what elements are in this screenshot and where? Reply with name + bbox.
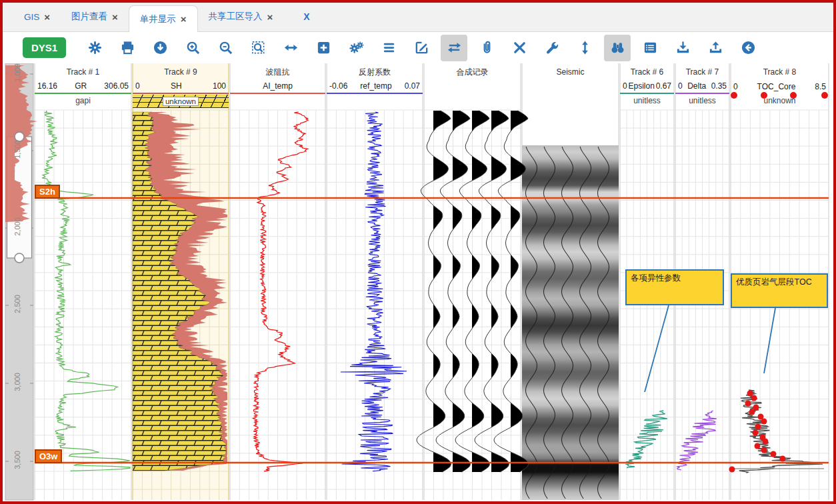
scale-min: -0.06 <box>329 81 347 91</box>
print-button[interactable] <box>114 35 141 61</box>
zoom-out-button[interactable] <box>212 35 239 61</box>
track-header-ref[interactable]: 反射系数 -0.06 ref_temp 0.07 <box>327 63 423 110</box>
track-header-7[interactable]: Track # 7 0 Delta 0.35 unitless <box>675 63 729 110</box>
tab-label: GIS <box>24 12 39 22</box>
annotation-toc[interactable]: 优质页岩气层段TOC <box>731 273 828 308</box>
track-header-1[interactable]: Track # 1 16.16 GR 306.05 gapi <box>35 63 131 110</box>
tab-label: X <box>303 11 309 22</box>
import-button[interactable] <box>669 35 696 61</box>
edit-button[interactable] <box>408 35 435 61</box>
track-title: Track # 8 <box>731 63 829 79</box>
curve-unit: gapi <box>35 94 131 107</box>
tab-label: 单井显示 <box>140 13 176 25</box>
depth-label: 3,500 <box>13 445 21 475</box>
close-icon[interactable]: × <box>267 12 273 22</box>
scale-min: 16.16 <box>37 81 57 91</box>
close-icon[interactable]: × <box>181 14 187 24</box>
curve-unit: unitless <box>620 94 674 107</box>
close-icon[interactable]: × <box>112 12 118 22</box>
scale-max: 100 <box>213 81 226 91</box>
printer-icon <box>120 40 135 55</box>
settings-gear-button[interactable] <box>81 35 108 61</box>
scale-max: 0.35 <box>711 81 727 91</box>
track-title: Track # 1 <box>35 63 131 79</box>
track-header-9[interactable]: Track # 9 0 SH 100 unknown <box>133 63 229 110</box>
curve-unit: unitless <box>675 94 729 107</box>
track-title: Track # 9 <box>133 63 229 79</box>
depth-label: 2,000 <box>13 212 21 241</box>
tab-label: 共享工区导入 <box>209 11 263 23</box>
fit-width-button[interactable] <box>277 35 304 61</box>
tab-image-view[interactable]: 图片查看 × <box>61 2 129 31</box>
horizon-label-o3w: O3w <box>35 449 62 463</box>
paperclip-icon <box>479 40 495 55</box>
toolbar: DYS1 <box>3 32 833 63</box>
arrows-horizontal-icon <box>283 40 299 55</box>
depth-label: 2,500 <box>13 289 21 319</box>
well-name-button[interactable]: DYS1 <box>23 37 66 58</box>
zoom-in-button[interactable] <box>179 35 206 61</box>
upload-tray-icon <box>708 40 723 55</box>
tools-button[interactable] <box>539 35 565 61</box>
wrench-icon <box>545 40 560 55</box>
table-list-icon <box>643 40 658 55</box>
swap-tracks-button[interactable] <box>441 35 467 61</box>
tab-bar: GIS × 图片查看 × 单井显示 × 共享工区导入 × X <box>3 3 833 32</box>
track-header-seismic[interactable]: Seismic <box>522 63 619 110</box>
back-button[interactable] <box>735 35 761 61</box>
track-title: Track # 6 <box>620 63 674 79</box>
scale-max: 306.05 <box>104 81 129 91</box>
close-icon[interactable]: × <box>44 12 50 22</box>
annotation-anisotropy[interactable]: 各项异性参数 <box>625 269 724 305</box>
close-x-icon <box>512 40 527 55</box>
track-header-6[interactable]: Track # 6 0 Epsilon 0.67 unitless <box>620 63 674 110</box>
menu-button[interactable] <box>375 35 402 61</box>
scale-min: 0 <box>623 81 627 91</box>
curve-name: Delta <box>683 81 711 91</box>
attachment-button[interactable] <box>473 35 500 61</box>
plus-square-icon <box>316 40 331 55</box>
curve-name: GR <box>57 81 104 91</box>
tab-label: 图片查看 <box>71 11 107 23</box>
search-view-button[interactable] <box>604 35 631 61</box>
scale-min: 0 <box>135 81 140 91</box>
depth-label: 3,000 <box>13 367 21 397</box>
close-view-button[interactable] <box>506 35 533 61</box>
track-header-synthetic[interactable]: 合成记录 <box>424 63 521 110</box>
curve-unit: unknown <box>731 94 829 107</box>
horizon-label-s2h: S2h <box>35 185 60 199</box>
zoom-region-icon <box>251 40 266 55</box>
point-marker-dot <box>821 92 828 99</box>
tab-single-well-display[interactable]: 单井显示 × <box>129 5 198 32</box>
point-marker-dot <box>761 92 767 99</box>
curve-unit <box>230 94 325 107</box>
curves-layer <box>42 111 824 500</box>
export-button[interactable] <box>702 35 729 61</box>
data-table-button[interactable] <box>637 35 663 61</box>
zoom-region-button[interactable] <box>245 35 271 61</box>
binoculars-icon <box>610 40 625 55</box>
depth-label: 1,500 <box>13 135 21 164</box>
tab-gis[interactable]: GIS × <box>13 2 61 31</box>
track-header-8[interactable]: Track # 8 0 TOC_Core 8.5 unknown <box>731 63 829 110</box>
add-track-button[interactable] <box>310 35 337 61</box>
swap-arrows-icon <box>447 40 462 55</box>
scale-max: 8.5 <box>815 82 826 91</box>
tab-shared-workspace-import[interactable]: 共享工区导入 × <box>198 2 284 31</box>
point-marker-dot <box>731 92 737 99</box>
track-title: 合成记录 <box>424 63 521 79</box>
curve-name: TOC_Core <box>738 82 815 91</box>
track-title: 反射系数 <box>327 63 423 79</box>
scale-min: 0 <box>733 82 738 91</box>
curve-name: ref_temp <box>347 81 404 91</box>
download-circle-button[interactable] <box>147 35 173 61</box>
gears-icon <box>349 40 364 55</box>
tab-x[interactable]: X <box>293 2 320 31</box>
scale-max: 0.07 <box>405 81 420 91</box>
fit-height-button[interactable] <box>571 35 598 61</box>
curve-name: SH <box>140 81 213 91</box>
arrow-down-circle-icon <box>153 40 168 55</box>
track-header-ai[interactable]: 波阻抗 AI_temp <box>230 63 325 110</box>
curve-settings-button[interactable] <box>343 35 369 61</box>
app-window: GIS × 图片查看 × 单井显示 × 共享工区导入 × X DYS1 <box>0 0 836 504</box>
